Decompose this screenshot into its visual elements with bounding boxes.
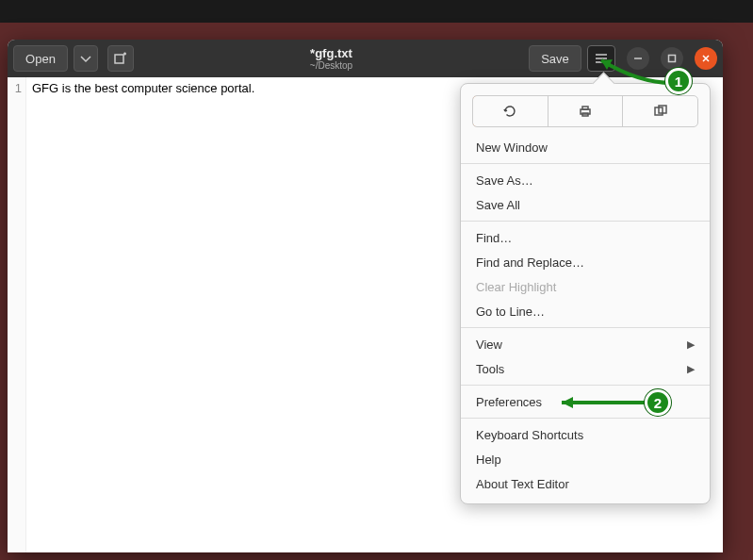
- minimize-button[interactable]: [627, 47, 649, 70]
- annotation-badge-2: 2: [645, 389, 671, 416]
- titlebar: Open *gfg.txt ~/Desktop Save: [8, 40, 723, 77]
- menu-item-about-text-editor[interactable]: About Text Editor: [461, 471, 710, 496]
- new-tab-icon: [113, 51, 128, 66]
- menu-separator: [461, 418, 710, 419]
- hamburger-menu-button[interactable]: [587, 45, 615, 72]
- menu-item-label: Preferences: [476, 395, 542, 409]
- menu-item-help[interactable]: Help: [461, 447, 710, 471]
- document-title: *gfg.txt: [139, 46, 523, 60]
- menu-item-go-to-line[interactable]: Go to Line…: [461, 299, 710, 323]
- chevron-down-icon: [78, 51, 93, 66]
- reload-icon: [502, 104, 517, 119]
- menu-item-view[interactable]: View▶: [461, 332, 710, 356]
- menu-item-label: Tools: [476, 362, 504, 376]
- menu-item-save-as[interactable]: Save As…: [461, 168, 710, 192]
- new-tab-button[interactable]: [107, 45, 134, 72]
- menu-item-tools[interactable]: Tools▶: [461, 356, 710, 381]
- hamburger-menu-popover: New WindowSave As…Save AllFind…Find and …: [460, 83, 711, 504]
- menu-item-label: Go to Line…: [476, 305, 545, 319]
- menu-item-label: Clear Highlight: [476, 280, 556, 294]
- title-area: *gfg.txt ~/Desktop: [139, 46, 523, 71]
- menu-separator: [461, 385, 710, 386]
- menu-item-preferences[interactable]: Preferences: [461, 389, 710, 414]
- editor-content[interactable]: GFG is the best computer science portal.: [26, 77, 260, 552]
- close-button[interactable]: [695, 47, 717, 70]
- menu-item-label: Save All: [476, 198, 520, 212]
- print-icon: [578, 104, 593, 119]
- document-path: ~/Desktop: [139, 60, 523, 71]
- menu-separator: [461, 221, 710, 222]
- minimize-icon: [633, 54, 643, 63]
- menu-item-label: Keyboard Shortcuts: [476, 428, 583, 442]
- menu-item-label: Help: [476, 453, 501, 467]
- fullscreen-icon: [653, 104, 668, 119]
- print-button[interactable]: [548, 96, 623, 126]
- menu-item-keyboard-shortcuts[interactable]: Keyboard Shortcuts: [461, 422, 710, 447]
- menu-icon-row: [472, 95, 698, 127]
- menu-separator: [461, 163, 710, 164]
- svg-rect-0: [115, 55, 123, 63]
- hamburger-icon: [594, 51, 609, 66]
- menu-item-new-window[interactable]: New Window: [461, 135, 710, 159]
- maximize-button[interactable]: [661, 47, 683, 70]
- open-dropdown-button[interactable]: [74, 45, 98, 72]
- menu-item-label: Find…: [476, 231, 512, 245]
- save-button[interactable]: Save: [529, 45, 581, 72]
- svg-rect-1: [669, 56, 676, 62]
- fullscreen-button[interactable]: [622, 96, 697, 126]
- open-button[interactable]: Open: [13, 45, 68, 72]
- menu-item-label: New Window: [476, 140, 548, 155]
- menu-item-find[interactable]: Find…: [461, 225, 710, 250]
- menu-list: New WindowSave As…Save AllFind…Find and …: [461, 135, 710, 496]
- menu-item-find-and-replace[interactable]: Find and Replace…: [461, 250, 710, 274]
- menu-item-clear-highlight: Clear Highlight: [461, 274, 710, 299]
- svg-rect-3: [582, 107, 588, 109]
- maximize-icon: [667, 54, 677, 63]
- menu-item-label: About Text Editor: [476, 477, 569, 491]
- reload-button[interactable]: [472, 95, 548, 127]
- menu-item-label: View: [476, 338, 502, 352]
- desktop-panel: [0, 0, 753, 23]
- menu-item-label: Find and Replace…: [476, 255, 584, 270]
- menu-item-label: Save As…: [476, 173, 533, 188]
- menu-separator: [461, 327, 710, 328]
- menu-item-save-all[interactable]: Save All: [461, 192, 710, 217]
- chevron-right-icon: ▶: [687, 363, 695, 375]
- chevron-right-icon: ▶: [687, 338, 695, 351]
- close-icon: [701, 54, 711, 63]
- line-number-gutter: 1: [8, 77, 26, 552]
- annotation-badge-1: 1: [665, 68, 692, 94]
